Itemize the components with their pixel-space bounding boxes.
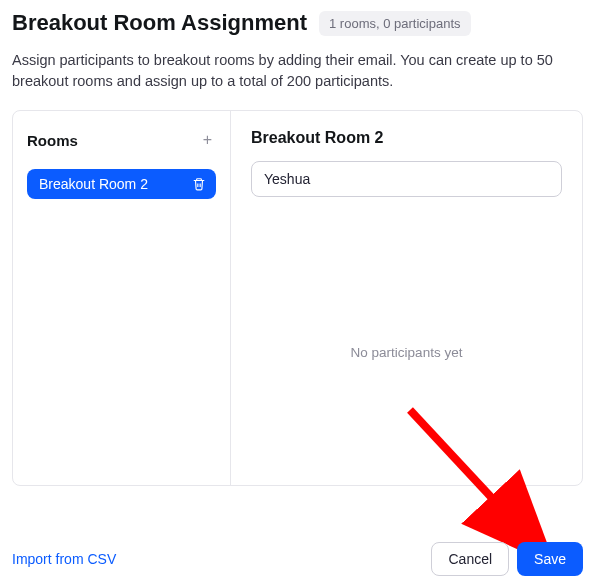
- page-description: Assign participants to breakout rooms by…: [12, 50, 583, 92]
- page-title: Breakout Room Assignment: [12, 10, 307, 36]
- trash-icon: [192, 177, 206, 191]
- delete-room-button[interactable]: [192, 177, 206, 191]
- rooms-summary-badge: 1 rooms, 0 participants: [319, 11, 471, 36]
- import-csv-link[interactable]: Import from CSV: [12, 551, 116, 567]
- assignment-panel: Rooms + Breakout Room 2 Breakout Room 2 …: [12, 110, 583, 486]
- cancel-button[interactable]: Cancel: [431, 542, 509, 576]
- save-button[interactable]: Save: [517, 542, 583, 576]
- participant-email-input[interactable]: [251, 161, 562, 197]
- room-detail-column: Breakout Room 2 No participants yet: [231, 111, 582, 485]
- room-detail-title: Breakout Room 2: [251, 129, 562, 147]
- room-item[interactable]: Breakout Room 2: [27, 169, 216, 199]
- room-item-label: Breakout Room 2: [39, 176, 148, 192]
- add-room-button[interactable]: +: [199, 129, 216, 151]
- rooms-title: Rooms: [27, 132, 78, 149]
- rooms-column: Rooms + Breakout Room 2: [13, 111, 231, 485]
- no-participants-text: No participants yet: [251, 345, 562, 360]
- plus-icon: +: [203, 131, 212, 148]
